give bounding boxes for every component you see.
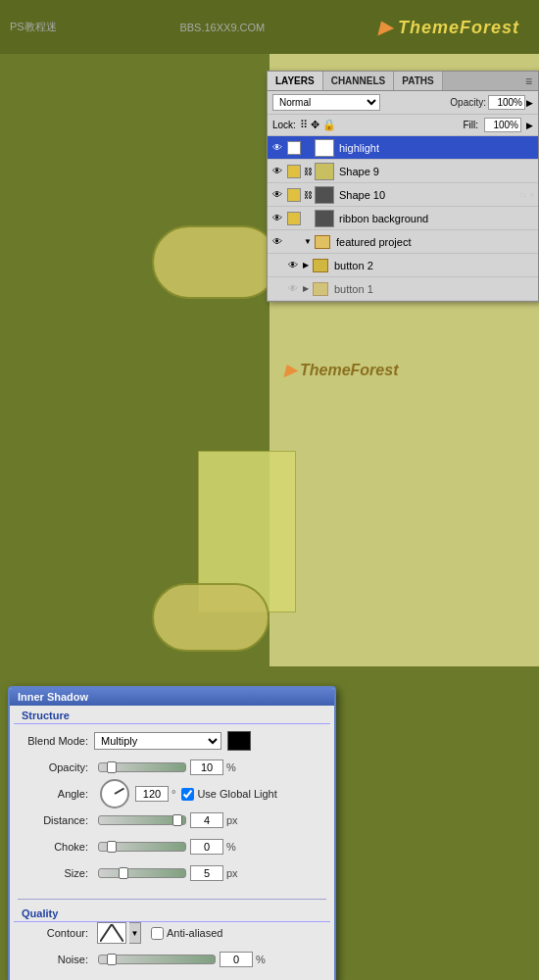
distance-row: Distance: px [20,809,324,831]
blend-mode-select[interactable]: Multiply [94,732,221,750]
noise-slider[interactable] [98,955,216,964]
layer-row[interactable]: 👁 ▼ featured project [268,230,538,254]
size-unit: px [226,867,238,879]
angle-row: Angle: ° Use Global Light [20,783,324,805]
fill-input[interactable] [484,118,521,132]
canvas-pill-bottom [152,583,270,652]
anti-alias-checkbox[interactable] [151,927,164,940]
layer-row[interactable]: 👁 ⛓ Shape 9 [268,160,538,183]
layer-chain-icon: ⛓ [303,190,313,200]
dialog-title: Inner Shadow [10,688,334,706]
layer-visibility-icon[interactable]: 👁 [285,281,301,297]
lock-all-icon[interactable]: 🔒 [322,119,336,131]
blend-mode-row: Normal Opacity: ▶ [268,91,538,115]
size-input[interactable] [190,865,223,881]
layer-color-chip [287,212,301,225]
noise-unit: % [256,954,266,965]
fill-arrow-icon[interactable]: ▶ [526,121,533,130]
panel-menu-icon[interactable]: ≡ [519,73,538,90]
angle-unit: ° [172,788,175,800]
anti-alias-checkbox-container[interactable]: Anti-aliased [151,927,222,940]
opacity-row: Opacity: % [20,757,324,778]
layer-visibility-icon[interactable]: 👁 [285,258,301,273]
size-row: Size: px [20,862,324,884]
lock-icons: ⠿ ✥ 🔒 [300,119,336,131]
slider-thumb [172,814,182,826]
opacity-unit: % [226,761,236,773]
noise-row: Noise: % [20,949,324,970]
layer-color-chip [287,141,301,155]
use-global-light-checkbox[interactable] [181,788,194,801]
opacity-input[interactable] [190,760,223,775]
inner-shadow-dialog: Inner Shadow Structure Blend Mode: Multi… [8,686,336,980]
tab-paths[interactable]: PATHS [394,72,442,90]
slider-thumb [107,954,117,965]
global-light-checkbox-container[interactable]: Use Global Light [181,788,276,801]
folder-icon [313,282,328,296]
contour-preview[interactable] [97,922,126,944]
opacity-slider[interactable] [98,762,186,772]
choke-unit: % [226,841,236,853]
contour-label: Contour: [20,927,88,939]
size-slider[interactable] [98,868,186,878]
layer-row[interactable]: 👁 ribbon background [268,207,538,230]
layer-row[interactable]: 👁 highlight [268,136,538,160]
color-swatch[interactable] [227,731,251,751]
fill-label: Fill: [463,120,478,130]
lock-row: Lock: ⠿ ✥ 🔒 Fill: ▶ [268,115,538,136]
canvas-pill-top [152,225,279,299]
anti-alias-label: Anti-aliased [167,927,222,939]
slider-thumb [107,761,117,773]
layer-visibility-icon[interactable]: 👁 [270,187,285,203]
lock-pixels-icon[interactable]: ⠿ [300,119,308,131]
blend-mode-label: Blend Mode: [20,735,88,747]
group-expand-icon[interactable]: ▶ [301,261,311,270]
layer-row[interactable]: 👁 ⛓ Shape 10 fx ▾ [268,183,538,207]
quality-section-title: Quality [14,904,330,922]
layer-visibility-icon[interactable]: 👁 [270,140,285,156]
opacity-label: Opacity: [450,97,486,108]
group-expand-icon[interactable]: ▶ [301,284,311,294]
opacity-arrow-icon[interactable]: ▶ [526,98,533,108]
group-expand-icon[interactable]: ▼ [303,237,313,247]
layer-thumbnail [315,186,334,204]
layer-visibility-icon[interactable]: 👁 [270,234,285,250]
angle-dial[interactable] [100,779,129,808]
contour-dropdown-icon[interactable]: ▼ [129,922,141,944]
contour-svg [100,924,123,942]
opacity-input[interactable] [488,95,525,110]
angle-input[interactable] [135,786,169,802]
top-bar: PS教程迷 BBS.16XX9.COM ▶ThemeForest [0,0,539,54]
layer-row[interactable]: 👁 ▶ button 1 [268,277,538,301]
layer-name: Shape 10 [339,189,519,201]
layer-thumbnail [315,163,334,180]
layer-name: button 2 [334,260,536,271]
layer-row[interactable]: 👁 ▶ button 2 [268,254,538,277]
mid-logo-arrow-icon: ▶ [284,362,296,378]
layer-chain-icon: ⛓ [303,167,313,176]
layer-name: highlight [339,142,536,154]
quality-section: Contour: ▼ Anti-aliased Noise: % [10,922,334,980]
layer-fx-icon[interactable]: fx ▾ [519,190,534,200]
slider-thumb [107,841,117,853]
distance-slider[interactable] [98,815,186,825]
layer-name: button 1 [334,283,536,295]
angle-label: Angle: [20,788,88,800]
noise-label: Noise: [20,954,88,965]
top-bar-site-text: PS教程迷 [10,20,57,34]
noise-input[interactable] [220,952,253,967]
layer-visibility-icon[interactable]: 👁 [270,211,285,226]
distance-unit: px [226,814,238,826]
tab-channels[interactable]: CHANNELS [323,72,395,90]
folder-icon [313,259,328,272]
blend-mode-row: Blend Mode: Multiply [20,730,324,752]
blend-mode-select[interactable]: Normal [272,94,380,111]
layer-visibility-icon[interactable]: 👁 [270,164,285,179]
layer-thumbnail [315,139,334,157]
distance-input[interactable] [190,812,223,828]
choke-slider[interactable] [98,842,186,852]
tab-layers[interactable]: LAYERS [268,72,323,90]
layer-color-chip [287,235,301,249]
choke-input[interactable] [190,839,223,855]
lock-move-icon[interactable]: ✥ [311,119,319,131]
